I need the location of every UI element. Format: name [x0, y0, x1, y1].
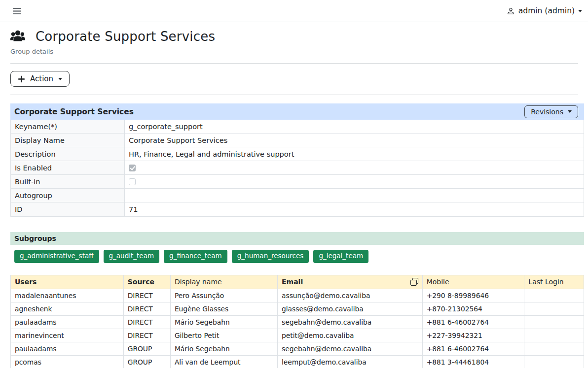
email-cell: segebahn@demo.cavaliba — [278, 342, 423, 355]
subgroup-badge[interactable]: g_human_resources — [232, 250, 309, 263]
mobile-cell: +881 6-46002764 — [423, 316, 525, 329]
last-login-cell — [524, 316, 584, 329]
field-label: Is Enabled — [11, 161, 125, 174]
subgroups-card: Subgroups g_administrative_staff g_audit… — [10, 232, 584, 268]
user-keyname-cell: paulaadams — [11, 316, 124, 329]
table-row: paulaadams GROUP Mário Segebahn segebahn… — [11, 342, 584, 356]
person-icon — [507, 7, 515, 15]
people-group-icon — [10, 29, 25, 44]
field-row: Display Name Corporate Support Services — [11, 134, 584, 147]
user-menu-label: admin (admin) — [518, 6, 575, 15]
user-menu[interactable]: admin (admin) — [507, 6, 583, 15]
field-value-cell — [125, 189, 584, 202]
subgroup-badge[interactable]: g_audit_team — [104, 250, 160, 263]
last-login-cell — [524, 289, 584, 302]
field-row: Keyname(*) g_corporate_support — [11, 120, 584, 134]
divider — [10, 63, 578, 64]
field-value: Corporate Support Services — [129, 136, 227, 144]
user-keyname-cell: paulaadams — [11, 342, 124, 355]
mobile-cell: +881 6-46002764 — [423, 342, 525, 355]
field-label: Description — [11, 147, 125, 161]
user-keyname-cell: madalenaantunes — [11, 289, 124, 302]
field-row: ID 71 — [11, 202, 584, 216]
chevron-down-icon — [578, 10, 582, 12]
field-label: Autogroup — [11, 189, 125, 202]
revisions-dropdown-button[interactable]: Revisions — [524, 105, 578, 118]
mobile-cell: +870-21302564 — [423, 302, 525, 315]
last-login-cell — [524, 342, 584, 355]
group-fields-table: Keyname(*) g_corporate_support Display N… — [10, 120, 584, 217]
column-header-email: Email — [278, 275, 423, 289]
action-dropdown-button[interactable]: Action — [10, 71, 70, 87]
field-checkbox — [129, 165, 136, 171]
main-content: Corporate Support Services Group details… — [0, 22, 588, 368]
email-cell: segebahn@demo.cavaliba — [278, 316, 423, 329]
user-keyname-cell: pcomas — [11, 356, 124, 368]
last-login-cell — [524, 356, 584, 368]
chevron-down-icon — [568, 110, 572, 113]
field-value: 71 — [129, 205, 138, 213]
field-row: Is Enabled — [11, 161, 584, 175]
page-subtitle: Group details — [10, 48, 584, 55]
field-value-cell: Corporate Support Services — [125, 134, 584, 147]
group-panel-title: Corporate Support Services — [14, 107, 134, 116]
field-value-cell — [125, 161, 584, 174]
divider — [10, 95, 578, 95]
field-row: Description HR, Finance, Legal and admin… — [11, 147, 584, 161]
users-table-body: madalenaantunes DIRECT Pero Assunção ass… — [11, 289, 584, 368]
column-header-last-login: Last Login — [524, 275, 584, 289]
table-row: pcomas GROUP Ali van de Leemput leemput@… — [11, 356, 584, 368]
subgroups-title: Subgroups — [14, 234, 56, 242]
group-panel-header: Corporate Support Services Revisions — [10, 103, 584, 120]
mobile-cell: +881 3-44461804 — [423, 356, 525, 368]
copy-icon[interactable] — [410, 278, 418, 286]
subgroup-badge[interactable]: g_administrative_staff — [14, 250, 99, 263]
subgroup-badges: g_administrative_staff g_audit_team g_fi… — [10, 245, 584, 268]
email-cell: glasses@demo.cavaliba — [278, 302, 423, 315]
user-keyname-cell: agneshenk — [11, 302, 124, 315]
table-row: madalenaantunes DIRECT Pero Assunção ass… — [11, 289, 584, 302]
field-label: Built-in — [11, 175, 125, 188]
mobile-cell: +227-39942321 — [423, 329, 525, 342]
display-name-cell: Mário Segebahn — [171, 342, 278, 355]
display-name-cell: Eugène Glasses — [171, 302, 278, 315]
display-name-cell: Gilberto Petit — [171, 329, 278, 342]
top-bar: admin (admin) — [0, 0, 588, 22]
hamburger-menu-icon[interactable] — [11, 5, 23, 17]
field-value-cell: g_corporate_support — [125, 120, 584, 133]
chevron-down-icon — [58, 78, 62, 80]
source-cell: DIRECT — [124, 316, 171, 329]
source-cell: DIRECT — [124, 302, 171, 315]
field-row: Autogroup — [11, 189, 584, 202]
field-value: g_corporate_support — [129, 123, 203, 131]
subgroup-badge[interactable]: g_legal_team — [313, 250, 368, 263]
table-row: marinevincent DIRECT Gilberto Petit peti… — [11, 329, 584, 342]
plus-icon — [18, 75, 25, 83]
mobile-cell: +290 8-89989646 — [423, 289, 525, 302]
email-cell: petit@demo.cavaliba — [278, 329, 423, 342]
column-header-email-label: Email — [282, 278, 303, 286]
column-header-source: Source — [124, 275, 171, 289]
field-checkbox — [129, 178, 136, 185]
revisions-button-label: Revisions — [531, 108, 563, 116]
field-row: Built-in — [11, 175, 584, 189]
display-name-cell: Mário Segebahn — [171, 316, 278, 329]
field-label: Keyname(*) — [11, 120, 125, 133]
users-table: Users Source Display name Email Mobile L… — [10, 275, 584, 368]
field-label: ID — [11, 202, 125, 216]
source-cell: DIRECT — [124, 329, 171, 342]
table-row: agneshenk DIRECT Eugène Glasses glasses@… — [11, 302, 584, 316]
field-value-cell: 71 — [125, 202, 584, 216]
email-cell: assunção@demo.cavaliba — [278, 289, 423, 302]
display-name-cell: Pero Assunção — [171, 289, 278, 302]
email-cell: leemput@demo.cavaliba — [278, 356, 423, 368]
subgroups-header: Subgroups — [10, 232, 584, 245]
source-cell: GROUP — [124, 342, 171, 355]
table-row: paulaadams DIRECT Mário Segebahn segebah… — [11, 316, 584, 329]
users-table-header: Users Source Display name Email Mobile L… — [11, 275, 584, 289]
user-keyname-cell: marinevincent — [11, 329, 124, 342]
last-login-cell — [524, 329, 584, 342]
subgroup-badge[interactable]: g_finance_team — [164, 250, 227, 263]
field-value-cell — [125, 175, 584, 188]
display-name-cell: Ali van de Leemput — [171, 356, 278, 368]
